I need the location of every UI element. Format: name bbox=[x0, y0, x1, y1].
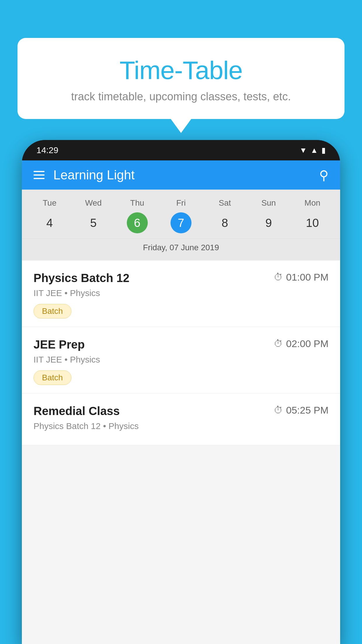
phone-frame: 14:29 ▼ ▲ ▮ Learning Light ⚲ Tue4Wed5Thu… bbox=[22, 140, 340, 644]
schedule-item-header: Remedial Class⏱05:25 PM bbox=[34, 405, 328, 418]
battery-icon: ▮ bbox=[321, 146, 326, 155]
time-text: 01:00 PM bbox=[286, 272, 328, 283]
weekday-col[interactable]: Wed5 bbox=[71, 198, 115, 233]
schedule-item-subtitle: Physics Batch 12 • Physics bbox=[34, 421, 328, 431]
schedule-item-header: JEE Prep⏱02:00 PM bbox=[34, 338, 328, 351]
wifi-icon: ▼ bbox=[300, 146, 307, 155]
speech-bubble: Time-Table track timetable, upcoming cla… bbox=[17, 38, 345, 119]
weekday-col[interactable]: Thu6 bbox=[115, 198, 159, 233]
weekday-label: Sun bbox=[261, 198, 276, 208]
schedule-item[interactable]: JEE Prep⏱02:00 PMIIT JEE • PhysicsBatch bbox=[22, 327, 340, 393]
weekday-label: Mon bbox=[305, 198, 320, 208]
schedule-item-subtitle: IIT JEE • Physics bbox=[34, 288, 328, 298]
weekday-label: Thu bbox=[130, 198, 144, 208]
hamburger-menu-button[interactable] bbox=[34, 171, 45, 179]
batch-badge: Batch bbox=[34, 370, 71, 385]
weekday-col[interactable]: Tue4 bbox=[28, 198, 71, 233]
clock-icon: ⏱ bbox=[274, 272, 283, 283]
schedule-item[interactable]: Physics Batch 12⏱01:00 PMIIT JEE • Physi… bbox=[22, 260, 340, 327]
weekdays-row: Tue4Wed5Thu6Fri7Sat8Sun9Mon10 bbox=[22, 195, 340, 236]
signal-icon: ▲ bbox=[310, 146, 318, 155]
weekday-number[interactable]: 4 bbox=[39, 212, 60, 233]
clock-icon: ⏱ bbox=[274, 405, 283, 416]
weekday-col[interactable]: Sun9 bbox=[247, 198, 290, 233]
phone-notch bbox=[164, 140, 198, 156]
weekday-col[interactable]: Mon10 bbox=[291, 198, 334, 233]
time-text: 02:00 PM bbox=[286, 338, 328, 349]
weekday-col[interactable]: Fri7 bbox=[159, 198, 203, 233]
status-icons: ▼ ▲ ▮ bbox=[300, 146, 326, 155]
bubble-subtitle: track timetable, upcoming classes, tests… bbox=[38, 90, 324, 103]
weekday-label: Fri bbox=[176, 198, 186, 208]
search-icon[interactable]: ⚲ bbox=[319, 168, 328, 183]
weekday-number[interactable]: 5 bbox=[83, 212, 104, 233]
weekday-label: Wed bbox=[85, 198, 102, 208]
weekday-number[interactable]: 7 bbox=[171, 212, 191, 233]
weekday-label: Sat bbox=[219, 198, 231, 208]
bubble-title: Time-Table bbox=[38, 55, 324, 85]
schedule-item-title: Physics Batch 12 bbox=[34, 272, 129, 285]
clock-icon: ⏱ bbox=[274, 338, 283, 349]
time-text: 05:25 PM bbox=[286, 405, 328, 416]
schedule-item-header: Physics Batch 12⏱01:00 PM bbox=[34, 272, 328, 285]
batch-badge: Batch bbox=[34, 304, 71, 318]
schedule-list: Physics Batch 12⏱01:00 PMIIT JEE • Physi… bbox=[22, 260, 340, 445]
status-time: 14:29 bbox=[36, 145, 58, 155]
phone-screen: Learning Light ⚲ Tue4Wed5Thu6Fri7Sat8Sun… bbox=[22, 160, 340, 644]
schedule-item-time: ⏱01:00 PM bbox=[274, 272, 328, 283]
app-header: Learning Light ⚲ bbox=[22, 160, 340, 190]
calendar-section: Tue4Wed5Thu6Fri7Sat8Sun9Mon10 Friday, 07… bbox=[22, 190, 340, 260]
weekday-number[interactable]: 9 bbox=[258, 212, 279, 233]
app-title: Learning Light bbox=[53, 168, 319, 182]
schedule-item-time: ⏱05:25 PM bbox=[274, 405, 328, 416]
weekday-label: Tue bbox=[43, 198, 57, 208]
speech-bubble-container: Time-Table track timetable, upcoming cla… bbox=[17, 38, 345, 119]
selected-date-label: Friday, 07 June 2019 bbox=[22, 239, 340, 258]
schedule-item-title: Remedial Class bbox=[34, 405, 120, 418]
schedule-item-subtitle: IIT JEE • Physics bbox=[34, 355, 328, 365]
schedule-item-time: ⏱02:00 PM bbox=[274, 338, 328, 349]
weekday-col[interactable]: Sat8 bbox=[203, 198, 247, 233]
schedule-item-title: JEE Prep bbox=[34, 338, 85, 351]
weekday-number[interactable]: 10 bbox=[302, 212, 323, 233]
schedule-item[interactable]: Remedial Class⏱05:25 PMPhysics Batch 12 … bbox=[22, 393, 340, 445]
weekday-number[interactable]: 8 bbox=[214, 212, 235, 233]
weekday-number[interactable]: 6 bbox=[127, 212, 148, 233]
